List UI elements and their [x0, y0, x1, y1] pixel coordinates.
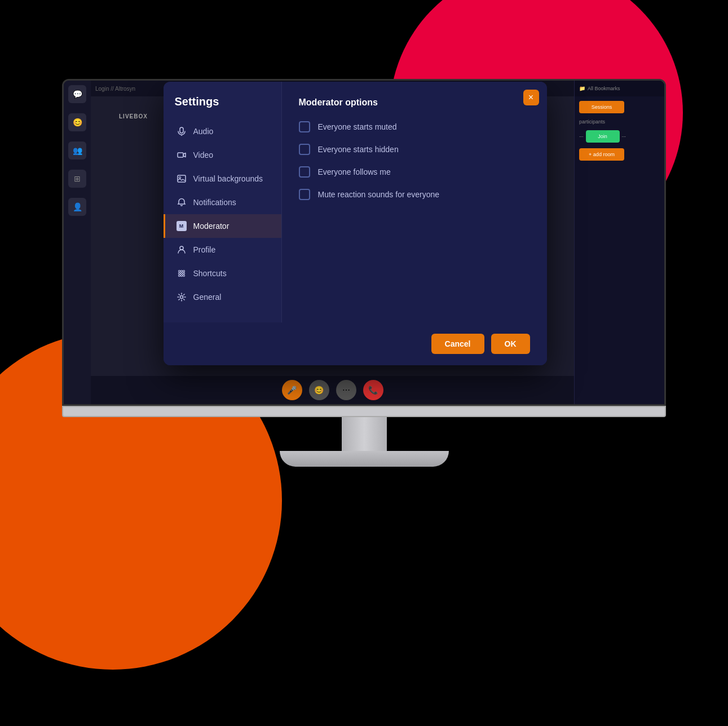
bottom-btn-1[interactable]: 🎤: [282, 380, 302, 400]
modal-body: Settings: [164, 82, 547, 322]
monitor-stand-neck: [342, 417, 387, 451]
nav-item-shortcuts[interactable]: Shortcuts: [164, 262, 281, 285]
nav-label-notifications: Notifications: [193, 198, 236, 207]
option-row-starts-muted: Everyone starts muted: [299, 121, 530, 132]
right-panel-header: 📁 All Bookmarks: [575, 81, 664, 96]
nav-item-profile[interactable]: Profile: [164, 238, 281, 262]
modal-footer: Cancel OK: [164, 322, 547, 365]
settings-title: Settings: [164, 95, 281, 119]
nav-label-moderator: Moderator: [193, 222, 230, 231]
app-sidebar: 💬 😊 👥 ⊞ 👤: [64, 81, 91, 404]
svg-point-3: [180, 246, 183, 250]
right-panel-content: Sessions participants ··· Join ··· + add…: [575, 96, 664, 404]
svg-point-11: [180, 275, 182, 277]
bottom-btn-3[interactable]: ⋯: [336, 380, 356, 400]
bottom-btn-2[interactable]: 😊: [309, 380, 329, 400]
app-main: Login // Altrosyn LIVEBOX ×: [91, 81, 574, 404]
close-button[interactable]: ×: [523, 90, 539, 105]
modal-overlay: × Settings: [158, 105, 551, 342]
svg-point-12: [183, 275, 184, 277]
svg-rect-0: [178, 153, 183, 157]
panel-join-label: ···: [579, 134, 584, 139]
monitor-bezel: [62, 406, 666, 417]
bottom-btn-end[interactable]: 📞: [363, 380, 383, 400]
checkbox-starts-muted[interactable]: [299, 121, 310, 132]
nav-label-video: Video: [193, 150, 214, 160]
svg-point-4: [178, 271, 180, 272]
panel-participants-label: participants: [579, 119, 660, 125]
sidebar-icon-person[interactable]: 👤: [68, 198, 86, 216]
livebox-label: LIVEBOX: [119, 113, 148, 119]
panel-more-label: ···: [622, 134, 626, 139]
virtual-backgrounds-icon: [177, 174, 187, 184]
svg-point-2: [179, 177, 180, 179]
panel-join-btn[interactable]: Join: [586, 130, 620, 143]
nav-item-audio[interactable]: Audio: [164, 119, 281, 143]
checkbox-follows-me[interactable]: [299, 166, 310, 178]
nav-label-general: General: [193, 293, 222, 302]
svg-rect-1: [178, 175, 186, 182]
shortcuts-icon: [177, 268, 187, 278]
svg-point-13: [180, 296, 183, 299]
nav-item-moderator[interactable]: M Moderator: [164, 214, 281, 238]
moderator-icon: M: [177, 221, 187, 231]
option-row-mute-reactions: Mute reaction sounds for everyone: [299, 189, 530, 200]
ok-button[interactable]: OK: [491, 334, 530, 354]
svg-point-8: [180, 273, 182, 275]
cancel-button[interactable]: Cancel: [431, 334, 484, 354]
general-icon: [177, 292, 187, 302]
sidebar-icon-emoji[interactable]: 😊: [68, 113, 86, 131]
sidebar-icon-grid[interactable]: ⊞: [68, 170, 86, 188]
audio-icon: [177, 126, 187, 136]
nav-label-profile: Profile: [193, 245, 216, 254]
option-label-mute-reactions: Mute reaction sounds for everyone: [318, 190, 440, 199]
svg-point-7: [178, 273, 180, 275]
option-label-starts-hidden: Everyone starts hidden: [318, 145, 399, 154]
nav-item-video[interactable]: Video: [164, 143, 281, 167]
panel-sessions-btn[interactable]: Sessions: [579, 101, 624, 113]
notifications-icon: [177, 197, 187, 207]
nav-label-virtual-backgrounds: Virtual backgrounds: [193, 174, 263, 183]
moderator-badge: M: [177, 221, 187, 231]
option-label-follows-me: Everyone follows me: [318, 167, 391, 176]
nav-item-virtual-backgrounds[interactable]: Virtual backgrounds: [164, 167, 281, 191]
svg-point-6: [183, 271, 184, 272]
option-row-follows-me: Everyone follows me: [299, 166, 530, 178]
svg-point-5: [180, 271, 182, 272]
right-panel: 📁 All Bookmarks Sessions participants ··…: [574, 81, 664, 404]
profile-icon: [177, 245, 187, 255]
nav-label-audio: Audio: [193, 127, 214, 136]
settings-content: Moderator options Everyone starts muted: [282, 82, 547, 322]
settings-modal: × Settings: [164, 82, 547, 365]
option-label-starts-muted: Everyone starts muted: [318, 122, 397, 131]
app-content: LIVEBOX × Settings: [91, 96, 574, 376]
monitor-screen: 💬 😊 👥 ⊞ 👤 Login // Altrosyn LIVEBOX: [62, 79, 666, 406]
nav-item-notifications[interactable]: Notifications: [164, 191, 281, 214]
nav-label-shortcuts: Shortcuts: [193, 269, 227, 278]
checkbox-mute-reactions[interactable]: [299, 189, 310, 200]
nav-item-general[interactable]: General: [164, 285, 281, 309]
monitor-wrapper: 💬 😊 👥 ⊞ 👤 Login // Altrosyn LIVEBOX: [62, 79, 666, 467]
panel-join-row: ··· Join ···: [579, 130, 660, 143]
sidebar-icon-chat[interactable]: 💬: [68, 85, 86, 103]
option-row-starts-hidden: Everyone starts hidden: [299, 144, 530, 155]
panel-room-btn[interactable]: + add room: [579, 148, 624, 161]
app-bottombar: 🎤 😊 ⋯ 📞: [91, 376, 574, 404]
video-icon: [177, 150, 187, 160]
sidebar-icon-users[interactable]: 👥: [68, 141, 86, 160]
bookmarks-icon: 📁: [579, 86, 585, 91]
svg-point-9: [183, 273, 184, 275]
app-background: 💬 😊 👥 ⊞ 👤 Login // Altrosyn LIVEBOX: [64, 81, 664, 404]
bookmarks-label: All Bookmarks: [588, 86, 620, 91]
section-title: Moderator options: [299, 98, 530, 108]
settings-nav: Settings: [164, 82, 282, 322]
topbar-text: Login // Altrosyn: [95, 86, 135, 92]
checkbox-starts-hidden[interactable]: [299, 144, 310, 155]
monitor-stand-base: [280, 451, 449, 467]
svg-point-10: [178, 275, 180, 277]
